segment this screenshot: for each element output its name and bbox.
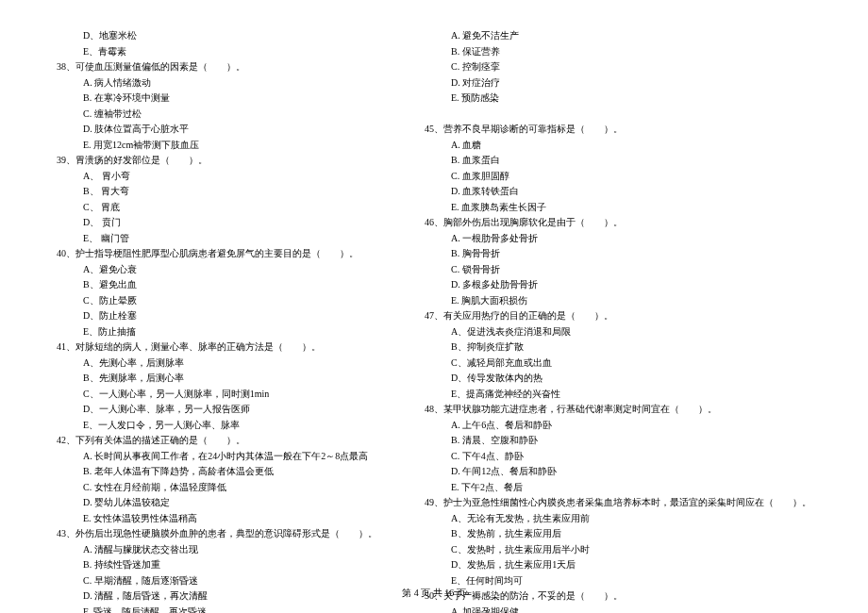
option-line: D. 肢体位置高于心脏水平 [57, 122, 387, 138]
option-line: A、避免心衰 [57, 262, 387, 278]
option-line: C. 下午4点、静卧 [425, 449, 811, 465]
option-line: C、 胃底 [57, 200, 387, 216]
option-line: B. 老年人体温有下降趋势，高龄者体温会更低 [57, 464, 387, 480]
option-line: C. 锁骨骨折 [425, 262, 811, 278]
option-line: B. 持续性昏迷加重 [57, 557, 387, 573]
option-line: C. 缠袖带过松 [57, 107, 387, 123]
option-line: E. 用宽12cm袖带测下肢血压 [57, 138, 387, 154]
option-line: E. 昏迷，随后清醒，再次昏迷 [57, 605, 387, 614]
option-line: B、发热前，抗生素应用后 [425, 526, 811, 542]
option-line: E、防止抽搐 [57, 324, 387, 340]
option-line: D. 午间12点、餐后和静卧 [425, 464, 811, 480]
option-line: A. 长时间从事夜间工作者，在24小时内其体温一般在下午2～8点最高 [57, 449, 387, 465]
question-stem: 38、可使血压测量值偏低的因素是（ ）。 [57, 59, 387, 75]
option-line: B. 血浆蛋白 [425, 153, 811, 169]
option-line: A、促进浅表炎症消退和局限 [425, 324, 811, 340]
option-line: B、 胃大弯 [57, 184, 387, 200]
option-line: A、无论有无发热，抗生素应用前 [425, 511, 811, 527]
option-line: A. 加强孕期保健 [425, 605, 811, 614]
option-line: E. 下午2点、餐后 [425, 480, 811, 496]
page-content: D、地塞米松E、青霉素38、可使血压测量值偏低的因素是（ ）。A. 病人情绪激动… [0, 0, 868, 613]
option-line: D. 婴幼儿体温较稳定 [57, 495, 387, 511]
option-line: D、地塞米松 [57, 28, 387, 44]
option-line: C、发热时，抗生素应用后半小时 [425, 542, 811, 558]
option-line: A. 清醒与朦胧状态交替出现 [57, 542, 387, 558]
option-line: A. 一根肋骨多处骨折 [425, 231, 811, 247]
option-line: B、避免出血 [57, 277, 387, 293]
option-line: C. 控制痉挛 [425, 59, 811, 75]
option-line: B、先测脉率，后测心率 [57, 371, 387, 387]
right-column: A. 避免不洁生产B. 保证营养C. 控制痉挛D. 对症治疗E. 预防感染 45… [425, 28, 811, 613]
option-line: B. 胸骨骨折 [425, 246, 811, 262]
option-line: A. 避免不洁生产 [425, 28, 811, 44]
option-line: E、 幽门管 [57, 231, 387, 247]
question-stem: 46、胸部外伤后出现胸廓软化是由于（ ）。 [425, 215, 811, 231]
option-line: C. 女性在月经前期，体温轻度降低 [57, 480, 387, 496]
option-line: B、抑制炎症扩散 [425, 340, 811, 356]
option-line: E. 预防感染 [425, 91, 811, 107]
question-stem: 49、护士为亚急性细菌性心内膜炎患者采集血培养标本时，最适宜的采集时间应在（ ）… [425, 495, 811, 511]
option-line: E、一人发口令，另一人测心率、脉率 [57, 418, 387, 434]
option-line: A、 胃小弯 [57, 169, 387, 185]
option-line: D. 血浆转铁蛋白 [425, 184, 811, 200]
option-line: A、先测心率，后测脉率 [57, 356, 387, 372]
option-line: D. 对症治疗 [425, 75, 811, 91]
option-line: A. 病人情绪激动 [57, 75, 387, 91]
option-line: D、传导发散体内的热 [425, 371, 811, 387]
question-stem: 45、营养不良早期诊断的可靠指标是（ ）。 [425, 122, 811, 138]
question-stem: 40、护士指导梗阻性肥厚型心肌病患者避免屏气的主要目的是（ ）。 [57, 246, 387, 262]
option-line: C、减轻局部充血或出血 [425, 356, 811, 372]
option-line: D、防止栓塞 [57, 308, 387, 324]
option-line: D、发热后，抗生素应用1天后 [425, 557, 811, 573]
option-line: B. 在寒冷环境中测量 [57, 91, 387, 107]
option-line: A. 上午6点、餐后和静卧 [425, 418, 811, 434]
option-line: E、青霉素 [57, 44, 387, 60]
question-stem: 47、有关应用热疗的目的正确的是（ ）。 [425, 308, 811, 324]
question-stem: 39、胃溃疡的好发部位是（ ）。 [57, 153, 387, 169]
question-stem: 48、某甲状腺功能亢进症患者，行基础代谢率测定时间宜在（ ）。 [425, 402, 811, 418]
option-line: B. 保证营养 [425, 44, 811, 60]
option-line: C. 血浆胆固醇 [425, 169, 811, 185]
page-footer: 第 4 页 共 16 页 [0, 587, 868, 600]
option-line: E、提高痛觉神经的兴奋性 [425, 387, 811, 403]
option-line: C、防止晕厥 [57, 293, 387, 309]
question-stem: 42、下列有关体温的描述正确的是（ ）。 [57, 433, 387, 449]
option-line: D、 贲门 [57, 215, 387, 231]
question-stem: 43、外伤后出现急性硬脑膜外血肿的患者，典型的意识障碍形式是（ ）。 [57, 526, 387, 542]
option-line: C、一人测心率，另一人测脉率，同时测1min [57, 387, 387, 403]
option-line: E. 女性体温较男性体温稍高 [57, 511, 387, 527]
option-line: E. 血浆胰岛素生长因子 [425, 200, 811, 216]
question-stem: 41、对脉短绌的病人，测量心率、脉率的正确方法是（ ）。 [57, 340, 387, 356]
question-stem [425, 107, 811, 123]
option-line: E. 胸肌大面积损伤 [425, 293, 811, 309]
option-line: A. 血糖 [425, 138, 811, 154]
left-column: D、地塞米松E、青霉素38、可使血压测量值偏低的因素是（ ）。A. 病人情绪激动… [57, 28, 387, 613]
option-line: D、一人测心率、脉率，另一人报告医师 [57, 402, 387, 418]
option-line: D. 多根多处肋骨骨折 [425, 277, 811, 293]
option-line: B. 清晨、空腹和静卧 [425, 433, 811, 449]
